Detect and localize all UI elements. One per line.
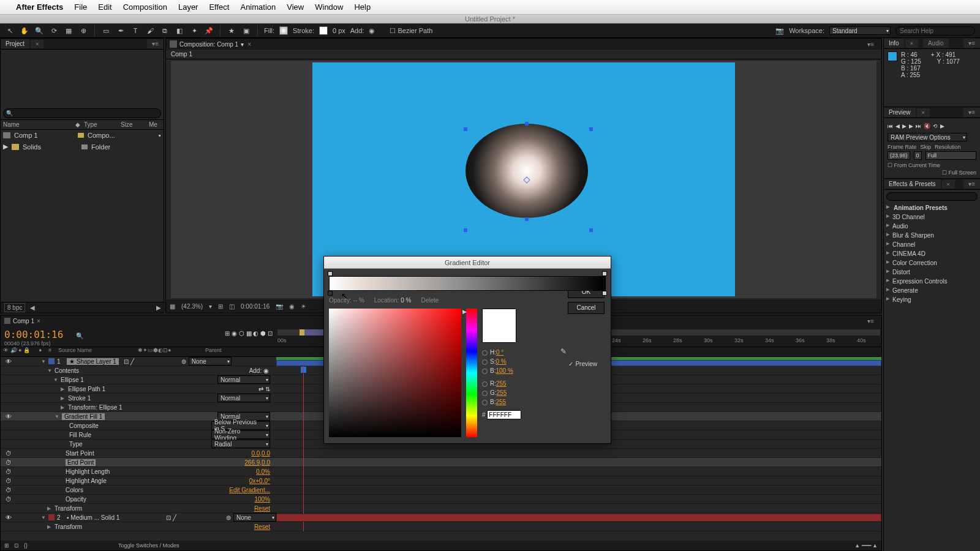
twirl-icon[interactable]: ▶ <box>61 386 66 392</box>
twirl-icon[interactable]: ▼ <box>41 515 46 520</box>
brush-tool-icon[interactable]: 🖌 <box>145 26 155 36</box>
effect-category[interactable]: CINEMA 4D <box>884 249 980 258</box>
col-label-icon[interactable]: ◆ <box>75 121 84 128</box>
menu-edit[interactable]: Edit <box>98 2 111 12</box>
bezier-checkbox[interactable]: ☐ Bezier Path <box>390 27 432 35</box>
close-icon[interactable]: × <box>917 108 930 117</box>
switch-icon[interactable]: ▦ <box>246 330 252 337</box>
cancel-button[interactable]: Cancel <box>568 302 605 314</box>
resolution-icon[interactable]: ⊞ <box>218 303 223 310</box>
bbox-handle[interactable] <box>525 122 529 126</box>
time-display[interactable]: 0:00:01:16 <box>241 303 270 310</box>
first-frame-icon[interactable]: ⏮ <box>888 123 893 129</box>
preview-checkbox[interactable]: Preview <box>568 361 597 367</box>
prop-value[interactable]: 0.0% <box>256 468 270 475</box>
effect-category[interactable]: Color Correction <box>884 258 980 268</box>
effect-category[interactable]: Distort <box>884 268 980 277</box>
snap-icon[interactable]: ▣ <box>241 26 251 36</box>
comp-panel-tab[interactable]: Composition: Comp 1▾×▾≡ <box>166 39 881 50</box>
timeline-search-input[interactable]: 🔍 <box>72 332 146 340</box>
effects-panel-tab[interactable]: Effects & Presets×▾≡ <box>884 179 980 190</box>
switch-icon[interactable]: ⬢ <box>260 330 266 337</box>
rotate-tool-icon[interactable]: ⟳ <box>49 26 59 36</box>
prop-row[interactable]: ⏱Opacity100% <box>1 495 881 504</box>
effect-category[interactable]: Animation Presets <box>884 203 980 212</box>
search-help-input[interactable] <box>895 26 975 36</box>
mask-icon[interactable]: ◫ <box>229 303 235 310</box>
menu-effect[interactable]: Effect <box>209 2 229 12</box>
reset-link[interactable]: Reset <box>254 523 270 530</box>
prop-value-dropdown[interactable]: Non-Zero Winding <box>211 430 270 439</box>
prev-icon[interactable]: ◀ <box>30 304 35 311</box>
resolution-input[interactable]: Full <box>925 151 976 160</box>
prop-value[interactable]: 0.0,0.0 <box>251 450 270 457</box>
gradient-bar[interactable] <box>329 276 606 291</box>
menu-animation[interactable]: Animation <box>240 2 276 12</box>
b-radio[interactable] <box>482 369 488 374</box>
next-frame-icon[interactable]: ▶ <box>909 123 913 129</box>
edit-gradient-link[interactable]: Edit Gradient... <box>229 487 270 493</box>
prop-row[interactable]: ⏱End Point266.9,0.0 <box>1 458 881 467</box>
opacity-value[interactable]: -- % <box>353 297 364 304</box>
twirl-icon[interactable]: ▼ <box>55 414 59 419</box>
close-icon[interactable]: × <box>31 40 43 48</box>
eyedropper-icon[interactable]: ✎ <box>560 347 567 356</box>
transform-row[interactable]: ▶TransformReset <box>1 504 881 513</box>
switch-icon[interactable]: ⬡ <box>239 330 244 337</box>
effect-category[interactable]: Keying <box>884 295 980 304</box>
type-tool-icon[interactable]: T <box>130 26 140 36</box>
blend-mode-dropdown[interactable]: Normal <box>217 375 270 384</box>
info-panel-tab[interactable]: Info×Audio▾≡ <box>884 38 980 49</box>
menu-help[interactable]: Help <box>354 2 371 12</box>
tl-icon[interactable]: {} <box>24 542 28 549</box>
twirl-icon[interactable]: ▶ <box>61 395 66 401</box>
stroke-width[interactable]: 0 px <box>333 27 345 34</box>
project-item-solids[interactable]: ▶ Solids Folder <box>1 141 164 152</box>
menu-file[interactable]: File <box>74 2 87 12</box>
col-source[interactable]: Source Name <box>58 347 138 356</box>
camera-tool-icon[interactable]: ▦ <box>64 26 74 36</box>
b2-radio[interactable] <box>482 400 488 405</box>
pen-tool-icon[interactable]: ✒ <box>116 26 126 36</box>
effect-category[interactable]: 3D Channel <box>884 212 980 222</box>
eraser-tool-icon[interactable]: ◧ <box>175 26 184 36</box>
layer-duration-bar[interactable] <box>276 514 881 522</box>
parent-dropdown[interactable]: None <box>189 357 232 365</box>
anchor-tool-icon[interactable]: ⊕ <box>78 26 88 36</box>
b-value[interactable]: 100 % <box>496 367 513 374</box>
effects-search-input[interactable] <box>886 192 978 201</box>
workspace-dropdown[interactable]: Standard <box>829 26 891 35</box>
preview-panel-tab[interactable]: Preview×▾≡ <box>884 107 980 118</box>
transform-row[interactable]: ▶TransformReset <box>1 522 881 531</box>
panel-menu-icon[interactable]: ▾≡ <box>963 179 980 189</box>
twirl-icon[interactable]: ▼ <box>41 359 46 364</box>
close-icon[interactable]: × <box>247 41 251 48</box>
g-radio[interactable] <box>482 391 488 396</box>
dropdown-icon[interactable]: ▾ <box>241 41 244 48</box>
grid-icon[interactable]: ▦ <box>170 303 175 310</box>
star-icon[interactable]: ★ <box>227 26 236 36</box>
bbox-handle[interactable] <box>464 127 467 131</box>
delete-stop-button[interactable]: Delete <box>421 297 439 304</box>
effect-category[interactable]: Generate <box>884 286 980 295</box>
rect-tool-icon[interactable]: ▭ <box>101 26 111 36</box>
app-name[interactable]: After Effects <box>16 2 63 12</box>
bbox-handle[interactable] <box>589 228 593 232</box>
channel-icon[interactable]: ◉ <box>289 303 295 310</box>
h-radio[interactable] <box>482 350 488 356</box>
g-value[interactable]: 255 <box>497 389 507 396</box>
tl-icon[interactable]: ⊞ <box>4 542 9 549</box>
close-icon[interactable]: × <box>37 318 40 324</box>
timeline-layer-row[interactable]: 👁 ▼ 2 ▪ Medium ... Solid 1 ⊡ ╱ ⊚ None <box>1 513 881 522</box>
prop-row[interactable]: ⏱Highlight Length0.0% <box>1 467 881 476</box>
color-stop[interactable] <box>328 291 333 296</box>
project-tab[interactable]: Project×▾≡ <box>1 39 164 50</box>
col-me[interactable]: Me <box>149 121 157 128</box>
s-value[interactable]: 0 % <box>496 358 506 365</box>
col-size[interactable]: Size <box>121 121 149 128</box>
r-value[interactable]: 255 <box>496 380 507 387</box>
ram-preview-icon[interactable]: ▶ <box>940 123 944 129</box>
skip-input[interactable]: 0 <box>914 151 922 160</box>
ellipse-shape[interactable] <box>466 124 588 218</box>
dialog-title[interactable]: Gradient Editor <box>324 257 611 269</box>
